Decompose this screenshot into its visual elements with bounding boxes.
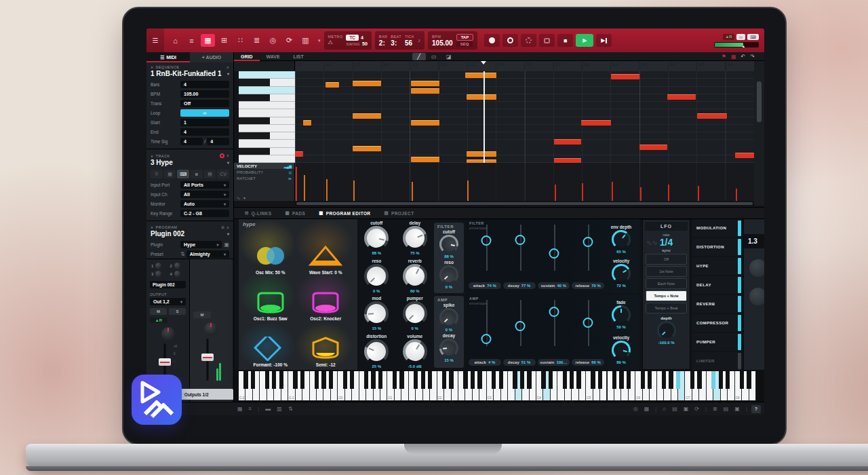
- knob-reso[interactable]: reso0 %: [439, 260, 458, 289]
- edit-icon[interactable]: ▣: [684, 406, 689, 412]
- knob-reverb[interactable]: reverb60 %: [396, 257, 435, 295]
- automation-read-icon[interactable]: ▲R: [150, 318, 167, 323]
- main-menu-button[interactable]: ☰: [146, 28, 164, 52]
- midi-note[interactable]: [465, 73, 496, 78]
- channel-mixer-icon[interactable]: ≣: [250, 34, 264, 47]
- piano-key-row[interactable]: [239, 155, 295, 163]
- program-menu-icon[interactable]: ≡: [226, 225, 229, 229]
- black-key[interactable]: [627, 371, 631, 389]
- timeline-ruler[interactable]: 1.11.21.31.42.12.22.32.43.13.23.33.44.14…: [295, 61, 754, 71]
- track-input-port-value[interactable]: All Ports▾: [180, 181, 229, 189]
- tab-audio[interactable]: + AUDIO: [190, 52, 233, 62]
- lane-velocity[interactable]: VELOCITY▂▄▆: [234, 163, 294, 169]
- midi-note[interactable]: [353, 113, 381, 119]
- midi-note[interactable]: [411, 157, 439, 162]
- output-select[interactable]: Out 1,2▾: [150, 298, 186, 305]
- black-key[interactable]: [471, 371, 475, 389]
- record-button[interactable]: [484, 34, 500, 47]
- midi-note[interactable]: [611, 74, 639, 79]
- seq-trans-value[interactable]: Off: [180, 100, 229, 107]
- knob-env-depth[interactable]: env depth65 %: [611, 225, 632, 254]
- envelope-slider[interactable]: [473, 225, 500, 271]
- envelope-slider[interactable]: [507, 225, 534, 271]
- semi-control[interactable]: Semi: -12: [298, 321, 354, 367]
- black-key[interactable]: [371, 371, 375, 389]
- tc-value[interactable]: 4: [361, 35, 363, 40]
- sequence-select[interactable]: 1 RnB-Kit-Funkafied 1▾: [146, 70, 233, 79]
- black-key[interactable]: [428, 371, 432, 389]
- slider-handle[interactable]: [515, 235, 526, 245]
- fx-enabled-led[interactable]: [738, 315, 741, 330]
- black-key[interactable]: [421, 371, 425, 389]
- black-key[interactable]: [350, 371, 354, 389]
- overdub-button[interactable]: [502, 34, 518, 47]
- piano-key-row[interactable]: [239, 87, 295, 94]
- black-key[interactable]: [719, 371, 723, 389]
- piano-key-row[interactable]: [239, 102, 295, 109]
- black-key[interactable]: [293, 371, 297, 389]
- midi-note[interactable]: [295, 151, 303, 157]
- lfo-sync-off[interactable]: Off: [646, 254, 687, 265]
- black-key[interactable]: [747, 371, 751, 389]
- velocity-stem[interactable]: [353, 180, 355, 201]
- fx-enabled-led[interactable]: [738, 239, 741, 254]
- knob-cutoff[interactable]: cutoff88 %: [439, 229, 458, 259]
- envelope-slider[interactable]: [540, 225, 568, 271]
- strip-view-icon[interactable]: ▬: [265, 406, 271, 412]
- pad-mode-icon[interactable]: ⠿: [151, 170, 163, 178]
- velocity-lane[interactable]: [295, 163, 754, 201]
- black-key[interactable]: [690, 371, 694, 389]
- fx-knob-partial[interactable]: [749, 259, 764, 277]
- black-key[interactable]: [265, 371, 269, 389]
- tab-project[interactable]: ▤PROJECT: [378, 210, 419, 216]
- fx-enabled-led[interactable]: [738, 296, 741, 311]
- knob-[interactable]: [657, 321, 676, 340]
- velocity-stem[interactable]: [304, 175, 305, 201]
- loop-record-icon[interactable]: ◎: [633, 406, 638, 412]
- playhead-marker[interactable]: [481, 61, 486, 64]
- tab-grid[interactable]: GRID: [234, 52, 260, 61]
- bpm-value[interactable]: 105.00: [432, 39, 453, 47]
- program-header[interactable]: ∨PROGRAM⊞≡: [146, 223, 233, 230]
- slider-handle[interactable]: [481, 235, 492, 246]
- fader-view-icon[interactable]: ⇅: [288, 406, 293, 412]
- black-key[interactable]: [393, 371, 397, 389]
- marquee-tool[interactable]: ▭: [427, 53, 441, 60]
- black-key[interactable]: [449, 371, 453, 389]
- sequence-header[interactable]: ∨SEQUENCE≡: [146, 62, 233, 70]
- fx-limiter[interactable]: LIMITER: [692, 352, 742, 370]
- loop-toggle[interactable]: ∞: [180, 109, 229, 117]
- note-value-icon[interactable]: ♪: [418, 37, 420, 43]
- black-key[interactable]: [612, 371, 616, 389]
- seq-end-value[interactable]: 4: [180, 128, 229, 136]
- seq-bars-value[interactable]: 4: [180, 81, 229, 88]
- track-key-range-value[interactable]: C-2 - G8: [180, 210, 229, 217]
- velocity-stem[interactable]: [698, 186, 699, 201]
- knob-mod[interactable]: mod15 %: [357, 294, 396, 332]
- midi-note[interactable]: [411, 81, 439, 86]
- velocity-stem[interactable]: [326, 179, 328, 201]
- black-key[interactable]: [279, 371, 283, 389]
- velocity-stem[interactable]: [640, 187, 642, 201]
- play-button[interactable]: ▶: [576, 34, 593, 47]
- undo-icon[interactable]: ↶: [741, 54, 746, 60]
- black-key[interactable]: [676, 371, 680, 389]
- black-key[interactable]: [477, 371, 481, 389]
- file-icon[interactable]: ▤: [672, 406, 677, 412]
- black-key[interactable]: [527, 371, 531, 389]
- preset-stepper-icon[interactable]: ⇅: [180, 251, 185, 257]
- swing-value[interactable]: 50: [362, 41, 368, 46]
- midi-note[interactable]: [303, 120, 311, 126]
- lfo-sync-each-note[interactable]: Each Note: [646, 278, 687, 289]
- black-key[interactable]: [378, 371, 382, 389]
- midi-note[interactable]: [467, 151, 496, 157]
- velocity-stem[interactable]: [555, 185, 556, 201]
- automation-read-icon[interactable]: ▲R: [723, 34, 734, 40]
- lfo-sync-tempo---beat[interactable]: Tempo + Beat: [646, 303, 687, 314]
- sampler-icon[interactable]: ◎: [266, 34, 280, 47]
- seq-tempo-button[interactable]: SEQ: [456, 41, 473, 47]
- redo-icon[interactable]: ↷: [750, 54, 755, 60]
- midi-mode-icon[interactable]: ▤: [204, 170, 216, 178]
- osc1-control[interactable]: Osc1: Buzz Saw: [243, 275, 298, 321]
- pan-knob[interactable]: [161, 327, 175, 341]
